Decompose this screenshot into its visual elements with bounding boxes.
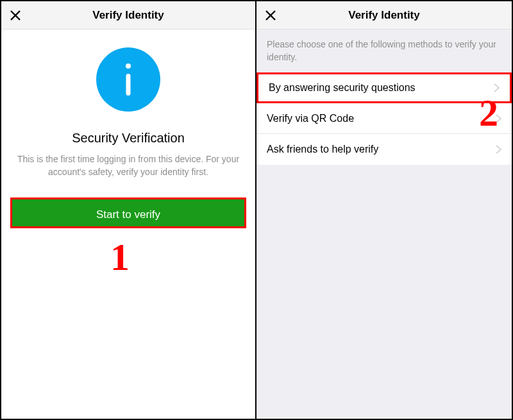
option-label: Verify via QR Code	[267, 113, 354, 124]
right-content: Please choose one of the following metho…	[256, 29, 512, 419]
option-security-questions[interactable]: By answering security questions	[256, 72, 512, 103]
page-title: Verify Identity	[92, 9, 164, 22]
screenshot-container: Verify Identity Security Verification Th…	[0, 0, 513, 420]
svg-rect-3	[126, 74, 131, 96]
option-list: By answering security questions Verify v…	[256, 72, 512, 165]
pane-left: Verify Identity Security Verification Th…	[1, 1, 256, 419]
start-button-wrap: Start to verify	[10, 197, 246, 228]
start-verify-button[interactable]: Start to verify	[10, 197, 246, 228]
left-content: Security Verification This is the first …	[1, 29, 255, 228]
option-label: Ask friends to help verify	[267, 144, 378, 155]
option-friends-verify[interactable]: Ask friends to help verify	[256, 134, 512, 165]
section-title: Security Verification	[1, 131, 255, 146]
page-title: Verify Identity	[348, 9, 419, 22]
option-label: By answering security questions	[269, 82, 416, 94]
svg-point-2	[126, 63, 131, 69]
section-description: This is the first time logging in from t…	[13, 153, 244, 178]
pane-right: Verify Identity Please choose one of the…	[256, 1, 512, 419]
option-qr-code[interactable]: Verify via QR Code	[256, 103, 512, 134]
annotation-2: 2	[479, 91, 498, 135]
chevron-right-icon	[496, 145, 501, 154]
info-icon	[96, 47, 160, 112]
header-left: Verify Identity	[1, 1, 255, 29]
intro-text: Please choose one of the following metho…	[256, 29, 512, 72]
annotation-1: 1	[110, 235, 130, 280]
close-icon[interactable]	[6, 6, 24, 24]
header-right: Verify Identity	[256, 1, 512, 29]
close-icon[interactable]	[262, 6, 280, 24]
